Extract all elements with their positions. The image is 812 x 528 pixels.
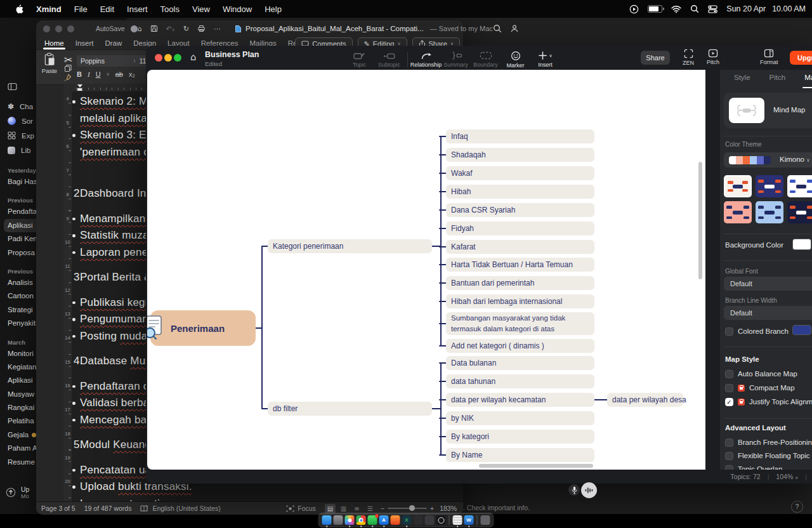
dock-whatsapp-icon[interactable]: [368, 515, 377, 525]
option-branch-free-positioning[interactable]: Branch Free-Positioning: [725, 436, 812, 449]
close-button[interactable]: [43, 25, 50, 32]
print-layout-view-icon[interactable]: ▤: [325, 504, 336, 513]
more-commands-icon[interactable]: ⋯: [214, 25, 221, 33]
main-topic-node[interactable]: db filter: [268, 402, 432, 416]
checkbox[interactable]: [725, 370, 733, 378]
subtopic-node[interactable]: Fidyah: [446, 221, 594, 235]
format-b-button[interactable]: B: [77, 70, 82, 78]
dock-system-settings-icon[interactable]: [334, 515, 343, 525]
voice-mode-button[interactable]: [581, 482, 597, 498]
account-icon[interactable]: [510, 24, 519, 33]
dock-finder-icon[interactable]: [322, 515, 332, 525]
search-icon[interactable]: [690, 4, 699, 13]
colored-branch-option[interactable]: Colored Branch: [725, 325, 789, 338]
panel-tab-style[interactable]: Style: [734, 74, 750, 81]
color-theme-select[interactable]: Kimono ∨: [724, 152, 812, 168]
word-count[interactable]: 19 of 487 words: [84, 505, 132, 512]
horizontal-scrollbar[interactable]: [479, 464, 593, 468]
option-auto-balance-map[interactable]: Auto Balance Map: [725, 367, 797, 380]
subtopic-node[interactable]: data per wilayah desa: [607, 393, 683, 407]
subtopic-node[interactable]: Wakaf: [446, 166, 594, 180]
colored-branch-swatch[interactable]: [792, 325, 811, 335]
subtopic-node[interactable]: Data bulanan: [446, 356, 594, 370]
menubar-date[interactable]: Sun 20 Apr: [726, 4, 766, 13]
tool-relationship[interactable]: Relationship: [411, 48, 441, 68]
theme-thumbnail[interactable]: [787, 175, 812, 197]
zoom-percent[interactable]: 183%: [440, 505, 457, 512]
page-indicator[interactable]: Page 3 of 5: [41, 505, 75, 512]
language-indicator[interactable]: English (United States): [152, 505, 220, 512]
dock-clock-app-icon[interactable]: [436, 515, 446, 525]
apple-menu-icon[interactable]: [9, 4, 30, 14]
dock-orange-app-icon[interactable]: [391, 515, 400, 525]
panel-tab-map[interactable]: Map: [804, 74, 812, 81]
upgrade-plan-item[interactable]: Up Mo: [6, 485, 29, 499]
global-font-select[interactable]: Default: [724, 277, 812, 291]
dock-trash-icon[interactable]: [481, 515, 490, 525]
format-c-button[interactable]: ∨: [107, 72, 110, 77]
upgrade-button[interactable]: Upgrade: [790, 51, 812, 65]
menu-view[interactable]: View: [186, 4, 216, 14]
option-flexible-floating-topic[interactable]: Flexible Floating Topic: [725, 449, 810, 462]
zoom-button[interactable]: [174, 54, 181, 62]
structure-card[interactable]: Mind Map: [724, 93, 812, 128]
help-button[interactable]: ?: [791, 501, 803, 513]
format-painter-icon[interactable]: [64, 74, 72, 82]
tool-insert[interactable]: ∨Insert: [530, 48, 560, 68]
vertical-scrollbar[interactable]: [698, 162, 702, 279]
focus-label[interactable]: Focus: [298, 505, 316, 512]
dock-photos-icon[interactable]: [345, 515, 355, 525]
control-center-icon[interactable]: [708, 4, 717, 14]
option-compact-map[interactable]: Compact Map: [725, 381, 795, 394]
checkbox[interactable]: [725, 327, 733, 336]
canvas-zoom-select[interactable]: 104% ∨: [776, 473, 798, 480]
battery-icon[interactable]: [648, 5, 662, 13]
subtopic-node[interactable]: By kategori: [446, 430, 594, 444]
background-color-swatch[interactable]: [792, 239, 811, 250]
dock-chrome-icon[interactable]: [357, 515, 366, 525]
zoom-slider[interactable]: [388, 508, 427, 509]
ribbon-tab-insert[interactable]: Insert: [70, 39, 100, 47]
mindmap-canvas[interactable]: PenerimaanKategori penerimaandb filterIn…: [147, 70, 705, 470]
dock-app-store-icon[interactable]: A: [379, 515, 389, 525]
menu-tools[interactable]: Tools: [154, 4, 186, 14]
subtopic-node[interactable]: Kafarat: [446, 240, 594, 254]
zoom-out-button[interactable]: −: [381, 505, 384, 512]
subtopic-node[interactable]: Add net kategori ( dinamis ): [446, 339, 594, 353]
undo-icon[interactable]: ↶∨: [166, 25, 175, 33]
indent-marker[interactable]: [77, 84, 82, 88]
zoom-slider-thumb[interactable]: [409, 505, 415, 511]
checkbox-checked[interactable]: ✓: [725, 398, 733, 406]
subtopic-node[interactable]: Harta Tidak Bertuan / Harta Temuan: [446, 258, 594, 272]
checkbox[interactable]: [725, 452, 733, 460]
share-button[interactable]: Share: [641, 51, 670, 65]
menu-help[interactable]: Help: [258, 4, 288, 14]
subtopic-node[interactable]: data per wilayah kecamatan: [446, 393, 594, 407]
web-layout-view-icon[interactable]: ▥: [338, 504, 349, 513]
ribbon-tab-home[interactable]: Home: [39, 39, 70, 47]
print-icon[interactable]: [197, 25, 206, 32]
theme-thumbnail[interactable]: [756, 175, 783, 197]
dock-excel-icon[interactable]: X: [402, 515, 412, 525]
sidebar-toggle-icon[interactable]: [8, 82, 17, 91]
zoom-in-button[interactable]: +: [430, 505, 434, 512]
main-topic-node[interactable]: Kategori penerimaan: [268, 239, 432, 253]
save-icon[interactable]: [150, 25, 158, 32]
minimize-button[interactable]: [55, 25, 62, 32]
format-i-button[interactable]: I: [88, 70, 90, 78]
option-justify-topic-alignment[interactable]: ✓Justify Topic Alignment: [725, 395, 812, 408]
screen-mirroring-icon[interactable]: [629, 4, 639, 14]
search-icon[interactable]: [493, 24, 502, 33]
theme-thumbnail[interactable]: [724, 175, 752, 197]
app-menu[interactable]: Xmind: [30, 4, 68, 14]
checkbox[interactable]: [725, 439, 733, 447]
subtopic-node[interactable]: Hibah: [446, 185, 594, 199]
branch-line-width-select[interactable]: Default: [724, 306, 812, 320]
theme-thumbnail[interactable]: [787, 201, 812, 223]
subtopic-node[interactable]: Sumbangan masyarakat yang tidak termasuk…: [446, 312, 594, 335]
theme-thumbnail[interactable]: [724, 201, 752, 223]
indent-marker-box[interactable]: [77, 88, 82, 91]
format-s-button[interactable]: ab: [115, 70, 123, 78]
pitch-button[interactable]: Pitch: [707, 49, 719, 65]
dock-word-icon[interactable]: W: [464, 515, 474, 525]
